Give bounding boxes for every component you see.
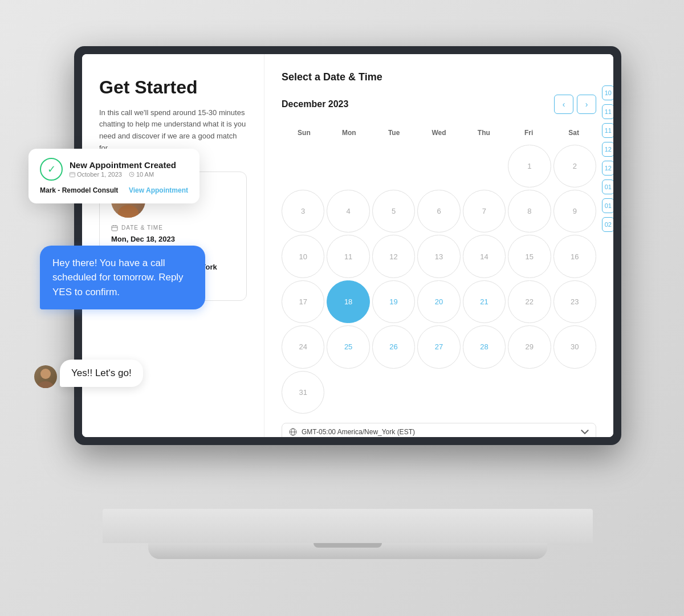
day-header-thu: Thu [461, 125, 506, 140]
laptop-base [148, 543, 547, 559]
calendar-day: 4 [327, 190, 369, 232]
view-appointment-link[interactable]: View Appointment [129, 186, 188, 194]
chevron-down-icon [581, 428, 589, 436]
notif-checkmark-icon: ✓ [40, 158, 63, 181]
calendar-day: 1 [508, 145, 551, 187]
calendar-day: 29 [508, 325, 551, 368]
calendar-day: 12 [372, 235, 415, 278]
calendar-day [417, 145, 460, 187]
calendar-day: 5 [372, 190, 415, 232]
date-time-label: DATE & TIME [111, 225, 235, 231]
day-header-sun: Sun [282, 125, 327, 140]
calendar-day[interactable]: 28 [463, 325, 506, 368]
nav-buttons: ‹ › [554, 95, 596, 114]
day-header-wed: Wed [417, 125, 462, 140]
calendar-day: 10 [282, 235, 324, 278]
get-started-title: Get Started [99, 77, 247, 98]
select-datetime-title: Select a Date & Time [282, 71, 596, 83]
time-slot[interactable]: 11 [602, 123, 613, 138]
calendar-day [463, 145, 506, 187]
time-slot[interactable]: 01 [602, 180, 613, 194]
calendar-day[interactable]: 20 [417, 280, 460, 323]
notif-meta: October 1, 2023 10 AM [70, 171, 176, 178]
calendar-day [372, 371, 415, 414]
calendar-day [508, 371, 551, 414]
calendar-small-icon [70, 172, 75, 177]
globe-icon-tz [289, 428, 297, 436]
calendar-day: 31 [282, 371, 324, 414]
incoming-chat-bubble: Yes!! Let's go! [60, 360, 143, 387]
notification-card: ✓ New Appointment Created October 1, 202… [28, 149, 199, 203]
time-slot[interactable]: 12 [602, 161, 613, 176]
incoming-user-avatar [34, 365, 57, 388]
clock-icon [129, 172, 135, 177]
day-header-mon: Mon [327, 125, 372, 140]
notif-appointment-name: Mark - Remodel Consult [40, 186, 118, 194]
calendar-day: 22 [508, 280, 551, 323]
prev-month-button[interactable]: ‹ [554, 95, 573, 114]
day-header-fri: Fri [506, 125, 551, 140]
calendar-day-headers: Sun Mon Tue Wed Thu Fri Sat [282, 125, 596, 140]
timezone-value-bar: GMT-05:00 America/New_York (EST) [302, 428, 415, 436]
timezone-selector[interactable]: GMT-05:00 America/New_York (EST) [282, 423, 596, 436]
svg-point-1 [118, 205, 139, 218]
incoming-avatar-image [34, 365, 57, 388]
calendar-day: 7 [463, 190, 506, 232]
time-slot[interactable]: 11 [602, 104, 613, 119]
svg-point-18 [38, 381, 54, 388]
calendar-day[interactable]: 26 [372, 325, 415, 368]
calendar-day: 11 [327, 235, 369, 278]
time-slots-panel: 10 11 11 12 12 01 01 02 [602, 85, 613, 232]
notif-date: October 1, 2023 [70, 171, 122, 178]
svg-point-17 [40, 369, 51, 379]
calendar-day[interactable]: 21 [463, 280, 506, 323]
time-slot[interactable]: 10 [602, 85, 613, 100]
calendar-day [372, 145, 415, 187]
svg-rect-12 [70, 173, 75, 177]
time-slot[interactable]: 01 [602, 198, 613, 213]
date-time-value: Mon, Dec 18, 2023 [111, 235, 235, 243]
calendar-month: December 2023 [282, 99, 348, 109]
calendar-day: 14 [463, 235, 506, 278]
calendar-day: 6 [417, 190, 460, 232]
svg-rect-2 [112, 226, 117, 231]
next-month-button[interactable]: › [577, 95, 596, 114]
calendar-day[interactable]: 25 [327, 325, 369, 368]
calendar-day [463, 371, 506, 414]
notif-title: New Appointment Created [70, 160, 176, 170]
calendar-day[interactable]: 19 [372, 280, 415, 323]
day-header-tue: Tue [372, 125, 417, 140]
calendar-day[interactable]: 18 [327, 280, 369, 323]
time-slot[interactable]: 12 [602, 142, 613, 157]
calendar-day: 15 [508, 235, 551, 278]
get-started-description: In this call we'll spend around 15-30 mi… [99, 107, 247, 154]
calendar-day: 13 [417, 235, 460, 278]
calendar-day: 16 [553, 235, 596, 278]
calendar-grid: Sun Mon Tue Wed Thu Fri Sat 123456789101… [282, 125, 596, 414]
calendar-day: 9 [553, 190, 596, 232]
right-panel: Select a Date & Time December 2023 ‹ › S… [264, 54, 613, 437]
calendar-day: 3 [282, 190, 324, 232]
calendar-day [327, 371, 369, 414]
calendar-day: 24 [282, 325, 324, 368]
day-header-sat: Sat [551, 125, 596, 140]
notif-footer: Mark - Remodel Consult View Appointment [40, 186, 188, 194]
notif-header: ✓ New Appointment Created October 1, 202… [40, 158, 188, 181]
calendar-days: 1234567891011121314151617181920212223242… [282, 145, 596, 414]
notif-time: 10 AM [129, 171, 154, 178]
calendar-icon [111, 225, 118, 231]
calendar-day: 17 [282, 280, 324, 323]
calendar-day: 23 [553, 280, 596, 323]
calendar-day: 8 [508, 190, 551, 232]
calendar-day[interactable]: 27 [417, 325, 460, 368]
outgoing-chat-bubble: Hey there! You have a call scheduled for… [40, 246, 205, 310]
calendar-day [282, 145, 324, 187]
calendar-day: 2 [553, 145, 596, 187]
calendar-day [327, 145, 369, 187]
laptop-keyboard [103, 509, 593, 543]
calendar-day [553, 371, 596, 414]
calendar-header: December 2023 ‹ › [282, 95, 596, 114]
calendar-day [417, 371, 460, 414]
time-slot[interactable]: 02 [602, 217, 613, 232]
calendar-day: 30 [553, 325, 596, 368]
